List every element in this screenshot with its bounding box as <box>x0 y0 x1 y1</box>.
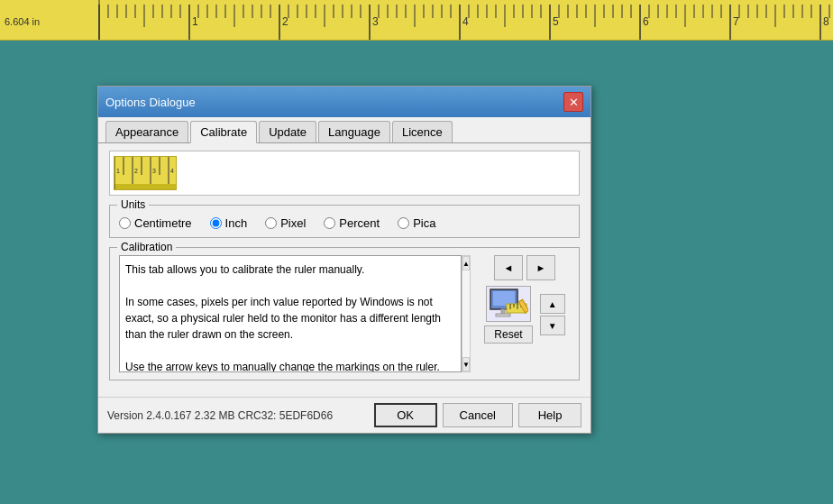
options-dialog: Options Dialogue ✕ Appearance Calibrate … <box>97 86 591 434</box>
svg-text:4: 4 <box>170 168 174 174</box>
tab-calibrate[interactable]: Calibrate <box>190 121 257 143</box>
units-legend: Units <box>117 198 149 211</box>
up-arrow-button[interactable]: ▲ <box>540 294 565 314</box>
bottom-buttons: OK Cancel Help <box>374 403 581 427</box>
left-arrow-button[interactable]: ◄ <box>494 255 523 280</box>
controls-middle: Reset ▲ ▼ <box>484 286 564 344</box>
svg-text:2: 2 <box>134 168 138 174</box>
svg-text:4: 4 <box>462 15 469 28</box>
ok-button[interactable]: OK <box>374 403 437 427</box>
cancel-button[interactable]: Cancel <box>443 403 513 427</box>
svg-rect-96 <box>114 184 176 189</box>
down-arrow-button[interactable]: ▼ <box>540 316 565 335</box>
unit-inch[interactable]: Inch <box>210 216 248 230</box>
status-bar: Version 2.4.0.167 2.32 MB CRC32: 5EDF6D6… <box>98 397 590 433</box>
calibration-controls: ◄ ► <box>480 255 570 372</box>
scroll-up-button[interactable]: ▲ <box>462 256 470 270</box>
version-text: Version 2.4.0.167 2.32 MB CRC32: 5EDF6D6… <box>107 409 333 422</box>
tab-bar: Appearance Calibrate Update Language Lic… <box>98 117 590 143</box>
svg-rect-112 <box>496 314 510 316</box>
svg-text:1: 1 <box>116 168 120 174</box>
tab-update[interactable]: Update <box>259 121 316 142</box>
radio-pica[interactable] <box>398 217 409 229</box>
reset-area: Reset <box>484 286 532 344</box>
vertical-arrow-column: ▲ ▼ <box>540 294 565 335</box>
scroll-down-button[interactable]: ▼ <box>462 357 470 371</box>
unit-pica[interactable]: Pica <box>398 216 435 230</box>
svg-text:2: 2 <box>282 15 288 28</box>
svg-text:6.604 in: 6.604 in <box>5 16 40 27</box>
scroll-track <box>462 270 470 357</box>
horizontal-arrow-row: ◄ ► <box>494 255 555 280</box>
tab-licence[interactable]: Licence <box>392 121 453 142</box>
right-arrow-button[interactable]: ► <box>526 255 555 280</box>
ruler-preview: 1 2 3 4 <box>109 151 580 196</box>
unit-pixel[interactable]: Pixel <box>265 216 306 230</box>
close-button[interactable]: ✕ <box>563 92 583 112</box>
units-options: Centimetre Inch Pixel Percent Pica <box>119 213 570 230</box>
radio-pixel[interactable] <box>265 217 277 229</box>
calibration-inner: This tab allows you to calibrate the rul… <box>119 255 570 372</box>
dialog-content: 1 2 3 4 Units Centimetre Inch Pixel <box>98 143 590 397</box>
dialog-titlebar: Options Dialogue ✕ <box>98 87 590 117</box>
svg-rect-1 <box>0 0 833 40</box>
units-section: Units Centimetre Inch Pixel Percent Pica <box>109 205 580 238</box>
tab-appearance[interactable]: Appearance <box>105 121 188 142</box>
svg-text:6: 6 <box>643 15 649 28</box>
reset-icon <box>486 286 531 322</box>
dialog-title: Options Dialogue <box>105 96 196 109</box>
svg-text:1: 1 <box>192 15 198 28</box>
radio-inch[interactable] <box>210 217 222 229</box>
unit-centimetre[interactable]: Centimetre <box>119 216 192 230</box>
tab-language[interactable]: Language <box>318 121 390 142</box>
svg-text:8: 8 <box>823 15 829 28</box>
help-button[interactable]: Help <box>518 403 581 427</box>
radio-centimetre[interactable] <box>119 217 131 229</box>
reset-button[interactable]: Reset <box>484 325 532 344</box>
radio-percent[interactable] <box>324 217 335 229</box>
svg-text:5: 5 <box>553 15 559 28</box>
svg-text:3: 3 <box>152 168 156 174</box>
unit-percent[interactable]: Percent <box>324 216 380 230</box>
ruler-bar: 6.604 in 12345678 <box>0 0 833 41</box>
svg-text:3: 3 <box>372 15 379 28</box>
svg-text:7: 7 <box>733 15 739 28</box>
calibration-text: This tab allows you to calibrate the rul… <box>119 255 462 372</box>
calibration-legend: Calibration <box>117 241 176 253</box>
calibration-section: Calibration This tab allows you to calib… <box>109 247 580 380</box>
scrollbar[interactable]: ▲ ▼ <box>462 255 471 372</box>
ruler-thumbnail: 1 2 3 4 <box>114 156 177 190</box>
